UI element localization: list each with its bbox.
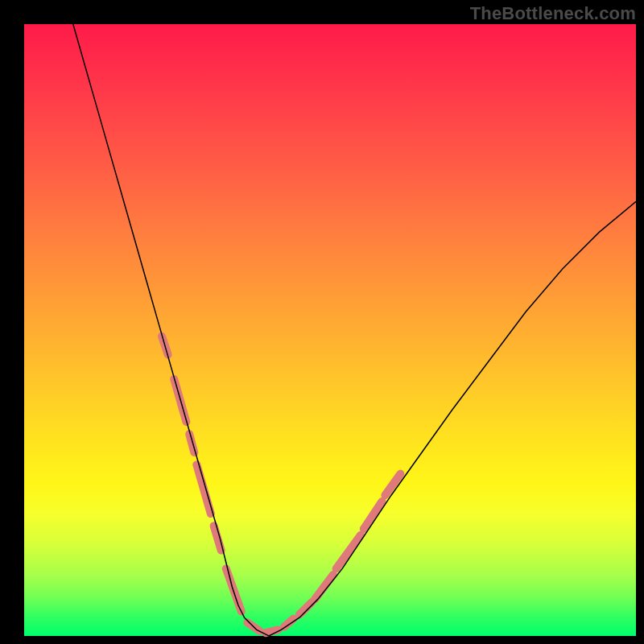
highlight-segment	[315, 575, 333, 599]
curve-svg	[24, 24, 636, 636]
highlight-segment	[299, 602, 312, 614]
chart-frame: TheBottleneck.com	[0, 0, 644, 644]
plot-area	[24, 24, 636, 636]
highlight-group	[162, 336, 400, 634]
highlight-segment	[385, 474, 400, 496]
highlight-segment	[364, 502, 382, 529]
highlight-segment	[336, 535, 361, 569]
highlight-segment	[189, 434, 194, 452]
highlight-segment	[196, 464, 210, 514]
watermark-text: TheBottleneck.com	[470, 3, 636, 24]
